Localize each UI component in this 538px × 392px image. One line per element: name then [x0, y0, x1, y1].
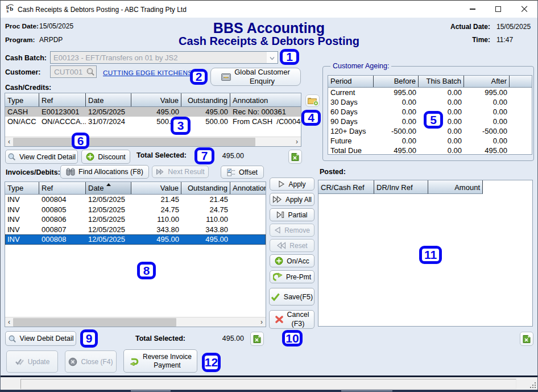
view-debit-detail-button[interactable]: View Debit Detail [5, 331, 76, 346]
callout-1: 1 [280, 49, 299, 65]
resize-grip[interactable] [529, 381, 536, 388]
cell: 0.00 [464, 136, 510, 146]
customer-name-link[interactable]: CUTTING EDGE KITCHENS [103, 69, 192, 77]
save-f5-button[interactable]: Save(F5) [269, 288, 314, 306]
update-button[interactable]: Update [6, 350, 58, 373]
scrollbar-thumb[interactable] [13, 318, 176, 327]
callout-3: 3 [171, 117, 191, 135]
cell: 495.00 [181, 234, 230, 245]
col-type[interactable]: Type [5, 182, 39, 194]
cash-batch-combobox[interactable]: E00123 - EFT/Transfers on 01 by JS2 [50, 51, 278, 64]
offset-button[interactable]: Offset [221, 166, 264, 179]
col-dr-inv-ref[interactable]: DR/Inv Ref [374, 180, 428, 194]
cell: 12/05/2025 [86, 225, 131, 235]
cash-credit-row[interactable]: CASH E00123001 12/05/2025 495.00 495.00 … [5, 107, 301, 117]
col-annotation[interactable]: Annotation [230, 182, 266, 194]
debit-total-selected-label: Total Selected: [135, 335, 185, 343]
next-result-button[interactable]: Next Result [152, 166, 209, 178]
cell: 21.45 [181, 195, 230, 205]
apply-all-button[interactable]: Apply All [270, 193, 314, 206]
cell [230, 205, 266, 215]
cash-credit-row[interactable]: ON/ACC ON/ACCCA... 31/07/2024 500.00 500… [5, 117, 301, 126]
close-f4-label: Close (F4) [81, 358, 113, 366]
ageing-row: 30 Days 0.00 0.00 0.00 [328, 97, 532, 107]
svg-text:b: b [10, 5, 13, 12]
customer-code-field[interactable]: CUT001 [50, 65, 97, 78]
cell: 0.00 [464, 117, 510, 126]
col-ref[interactable]: Ref [39, 182, 86, 194]
invoices-table: Type Ref Date Value Outstanding Annotati… [5, 181, 266, 327]
invoice-row[interactable]: INV 000804 12/05/2025 21.45 21.45 [5, 195, 266, 205]
excel-icon [253, 335, 262, 344]
callout-10: 10 [282, 330, 303, 346]
annotation-add-button[interactable] [305, 94, 320, 107]
scroll-right-icon[interactable]: › [293, 137, 301, 147]
invoice-row-selected[interactable]: INV 000808 12/05/2025 495.00 495.00 [5, 234, 266, 245]
view-credit-detail-button[interactable]: View Credit Detail [5, 150, 78, 164]
col-ref[interactable]: Ref [39, 93, 86, 106]
search-icon[interactable] [86, 67, 95, 76]
customer-code-value: CUT001 [54, 68, 82, 76]
discount-button[interactable]: Discount [81, 150, 130, 164]
col-outstanding[interactable]: Outstanding [181, 93, 230, 106]
export-excel-button[interactable] [250, 332, 264, 346]
actual-date-label: Actual Date: [450, 23, 490, 31]
col-value[interactable]: Value [131, 93, 181, 106]
cell: 12/05/2025 [86, 234, 131, 245]
reset-button[interactable]: Reset [270, 239, 314, 252]
cash-batch-label: Cash Batch: [5, 54, 47, 62]
cell: Total Due [328, 146, 374, 155]
export-excel-button[interactable] [520, 332, 533, 346]
sort-ascending-icon [106, 183, 111, 186]
col-outstanding[interactable]: Outstanding [181, 182, 230, 194]
find-allocations-label: Find Allocations (F8) [78, 168, 143, 176]
view-credit-search-icon [7, 152, 16, 161]
col-annotation[interactable]: Annotation [230, 93, 301, 106]
partial-button[interactable]: Partial [270, 208, 314, 221]
cell: 343.80 [131, 225, 181, 235]
cancel-f3-button[interactable]: Cancel(F3) [269, 310, 314, 329]
scrollbar-thumb[interactable] [13, 138, 255, 146]
cell: 000806 [39, 214, 86, 225]
close-f4-button[interactable]: Close (F4) [65, 350, 117, 373]
background-window-bottom-sliver [0, 390, 538, 392]
invoices-hscrollbar[interactable]: ‹ › [5, 317, 266, 327]
col-value[interactable]: Value [131, 182, 181, 194]
col-cr-cash-ref[interactable]: CR/Cash Ref [318, 180, 374, 194]
col-date[interactable]: Date [86, 182, 131, 194]
cell: 495.00 [131, 234, 181, 245]
scroll-left-icon[interactable]: ‹ [5, 317, 13, 327]
cell: 31/07/2024 [86, 117, 131, 126]
reverse-arrow-icon [129, 357, 139, 366]
pre-pmt-label: Pre-Pmt [286, 273, 311, 281]
reverse-label-line1: Reverse Invoice [143, 353, 192, 361]
close-icon[interactable] [521, 6, 528, 13]
pre-pmt-button[interactable]: Pre-Pmt [270, 270, 314, 283]
time-label: Time: [450, 36, 490, 44]
cash-credits-hscrollbar[interactable]: ‹ › [5, 137, 301, 146]
apply-button[interactable]: Apply [270, 178, 314, 191]
invoice-row[interactable]: INV 000806 12/05/2025 110.00 110.00 [5, 214, 266, 225]
cell: 12/05/2025 [86, 205, 131, 215]
col-date[interactable]: Date [86, 93, 131, 106]
credit-total-selected-label: Total Selected: [136, 151, 187, 159]
cell: 90 Days [328, 117, 374, 126]
cell: -500.00 [374, 126, 419, 136]
invoice-row[interactable]: INV 000807 12/05/2025 343.80 343.80 [5, 225, 266, 235]
col-amount[interactable]: Amount [428, 180, 483, 194]
find-allocations-button[interactable]: Find Allocations (F8) [60, 165, 149, 179]
update-check-icon [15, 358, 24, 366]
remove-button[interactable]: Remove [270, 224, 314, 237]
reverse-invoice-payment-button[interactable]: Reverse InvoicePayment [123, 349, 197, 373]
export-excel-button[interactable] [288, 150, 302, 164]
cell: 343.80 [181, 225, 230, 235]
scroll-left-icon[interactable]: ‹ [5, 137, 13, 147]
maximize-icon[interactable] [495, 6, 501, 12]
on-acc-button[interactable]: On/Acc [270, 254, 314, 267]
global-customer-enquiry-button[interactable]: Global CustomerEnquiry [210, 68, 301, 86]
scroll-right-icon[interactable]: › [258, 317, 266, 327]
cell: ON/ACCCA... [39, 117, 86, 126]
col-type[interactable]: Type [5, 93, 39, 106]
invoice-row[interactable]: INV 000805 12/05/2025 24.75 24.75 [5, 205, 266, 215]
minimize-icon[interactable] [470, 9, 475, 10]
